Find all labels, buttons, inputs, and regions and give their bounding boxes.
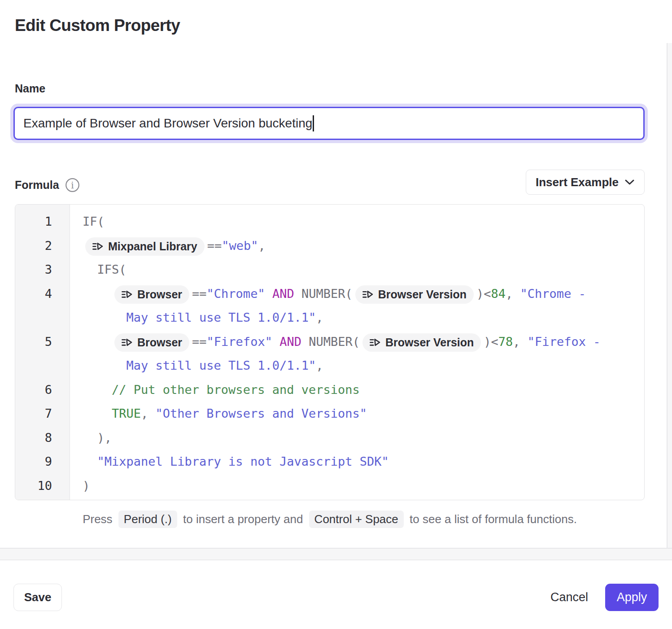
code-line[interactable]: IFS( — [70, 258, 644, 282]
insert-example-label: Insert Example — [536, 175, 619, 189]
line-number — [15, 354, 70, 378]
code-token-plain: , — [513, 335, 528, 349]
code-token-num: TRUE — [112, 406, 141, 420]
property-chip[interactable]: Browser Version — [362, 333, 481, 352]
code-token-plain: , — [141, 406, 156, 420]
event-property-icon — [362, 290, 373, 299]
name-input[interactable]: Example of Browser and Browser Version b… — [13, 107, 645, 140]
text-cursor — [313, 115, 314, 131]
formula-header: Formula i — [15, 178, 80, 192]
cancel-button[interactable]: Cancel — [543, 584, 596, 611]
line-number: 8 — [15, 426, 70, 450]
page-title: Edit Custom Property — [15, 16, 180, 35]
code-line[interactable]: ) — [70, 474, 644, 498]
code-token-string: "Chrome - — [520, 287, 586, 301]
code-line[interactable]: "Mixpanel Library is not Javascript SDK" — [70, 450, 644, 474]
code-line[interactable]: Mixpanel Library=="web", — [70, 234, 644, 258]
code-line[interactable]: IF( — [70, 210, 644, 234]
code-row: 2Mixpanel Library=="web", — [15, 234, 644, 258]
save-button[interactable]: Save — [13, 584, 62, 611]
code-token-plain: )< — [484, 335, 498, 349]
code-rows: 1IF(2Mixpanel Library=="web",3 IFS(4 Bro… — [15, 205, 644, 498]
event-property-icon — [122, 338, 132, 347]
code-token-comment: // Put other browsers and versions — [112, 383, 360, 397]
code-token-plain — [83, 454, 97, 468]
code-token-kw: AND — [272, 287, 294, 301]
apply-button[interactable]: Apply — [605, 584, 659, 611]
vertical-scrollbar[interactable] — [667, 43, 672, 548]
code-token-plain — [83, 287, 112, 301]
code-token-string: "Firefox - — [528, 335, 601, 349]
code-token-plain — [272, 335, 279, 349]
code-token-plain: , — [316, 358, 323, 372]
code-row: 4 Browser=="Chrome" AND NUMBER(Browser V… — [15, 282, 644, 306]
info-icon[interactable]: i — [65, 178, 80, 192]
property-chip[interactable]: Browser Version — [355, 285, 474, 304]
code-line[interactable]: Browser=="Chrome" AND NUMBER(Browser Ver… — [70, 282, 644, 306]
code-line[interactable]: Browser=="Firefox" AND NUMBER(Browser Ve… — [70, 330, 644, 354]
code-token-num: 84 — [491, 287, 506, 301]
line-number: 5 — [15, 330, 70, 354]
code-line[interactable]: May still use TLS 1.0/1.1", — [70, 354, 644, 378]
code-token-plain: IF( — [83, 214, 105, 228]
code-line[interactable]: ), — [70, 426, 644, 450]
code-token-plain — [83, 406, 112, 420]
insert-example-button[interactable]: Insert Example — [526, 170, 645, 195]
name-input-value: Example of Browser and Browser Version b… — [23, 116, 312, 131]
code-token-plain: , — [316, 310, 323, 324]
code-row: 7 TRUE, "Other Browsers and Versions" — [15, 402, 644, 426]
chevron-down-icon — [624, 179, 635, 185]
code-line[interactable]: // Put other browsers and versions — [70, 378, 644, 402]
line-number — [15, 306, 70, 330]
code-token-kw: AND — [279, 335, 301, 349]
code-token-plain — [265, 287, 272, 301]
code-token-plain: == — [192, 335, 207, 349]
property-chip-label: Browser — [137, 288, 182, 301]
property-chip-label: Browser Version — [378, 288, 467, 301]
code-token-string: "Mixpanel Library is not Javascript SDK" — [97, 454, 389, 468]
code-row: May still use TLS 1.0/1.1", — [15, 354, 644, 378]
code-token-string: "Other Browsers and Versions" — [156, 406, 367, 420]
code-token-plain: == — [207, 239, 222, 253]
svg-text:i: i — [71, 180, 74, 191]
property-chip-label: Browser Version — [385, 336, 474, 349]
event-property-icon — [122, 290, 132, 299]
hint-prefix: Press — [83, 512, 112, 526]
event-property-icon — [92, 242, 103, 251]
code-token-string: May still use TLS 1.0/1.1" — [127, 358, 316, 372]
line-number: 1 — [15, 210, 70, 234]
formula-editor[interactable]: 1IF(2Mixpanel Library=="web",3 IFS(4 Bro… — [15, 204, 645, 500]
code-line[interactable]: TRUE, "Other Browsers and Versions" — [70, 402, 644, 426]
code-token-plain — [83, 383, 112, 397]
code-row: 9 "Mixpanel Library is not Javascript SD… — [15, 450, 644, 474]
code-line[interactable]: May still use TLS 1.0/1.1", — [70, 306, 644, 330]
code-row: 3 IFS( — [15, 258, 644, 282]
code-token-plain — [83, 310, 127, 324]
line-number: 3 — [15, 258, 70, 282]
property-chip[interactable]: Browser — [114, 333, 189, 352]
property-chip[interactable]: Browser — [114, 285, 189, 304]
horizontal-scrollbar[interactable] — [0, 548, 672, 560]
code-token-plain: NUMBER( — [294, 287, 353, 301]
code-token-plain: == — [192, 287, 207, 301]
line-number: 6 — [15, 378, 70, 402]
code-token-plain — [83, 358, 127, 372]
code-row: 5 Browser=="Firefox" AND NUMBER(Browser … — [15, 330, 644, 354]
code-token-string: "web" — [222, 239, 258, 253]
line-number: 7 — [15, 402, 70, 426]
property-chip[interactable]: Mixpanel Library — [85, 237, 205, 256]
editor-hint: Press Period (.) to insert a property an… — [15, 511, 645, 528]
code-token-num: 78 — [498, 335, 513, 349]
code-row: 8 ), — [15, 426, 644, 450]
code-token-plain: , — [506, 287, 520, 301]
hint-suffix: to see a list of formula functions. — [410, 512, 577, 526]
property-chip-label: Mixpanel Library — [108, 240, 197, 253]
code-token-plain: )< — [476, 287, 491, 301]
line-number: 10 — [15, 474, 70, 498]
code-token-plain: , — [258, 239, 265, 253]
formula-label: Formula — [15, 179, 59, 192]
code-row: 1IF( — [15, 210, 644, 234]
name-field-label: Name — [15, 82, 45, 95]
code-row: 10) — [15, 474, 644, 498]
property-chip-label: Browser — [137, 336, 182, 349]
